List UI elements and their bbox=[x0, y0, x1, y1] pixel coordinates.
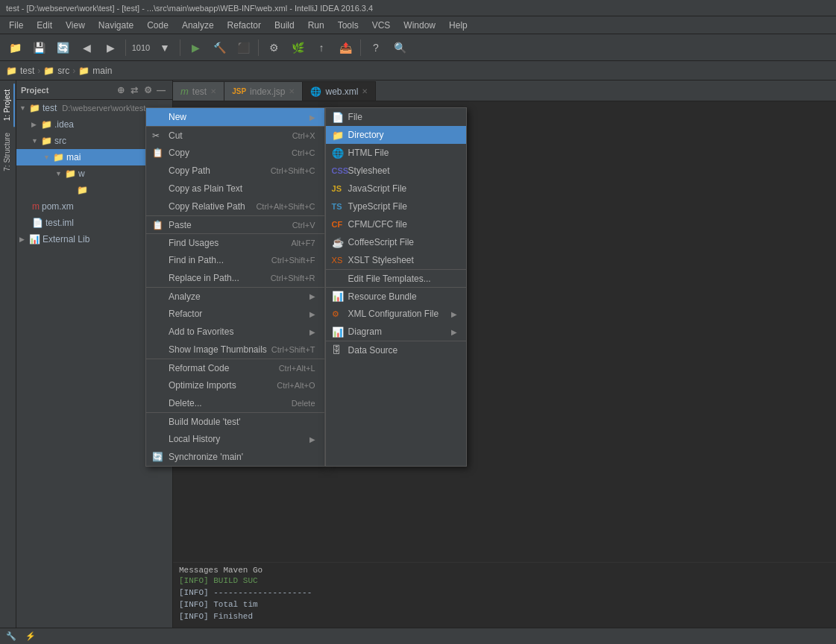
editor-tab-webxml[interactable]: 🌐 web.xml ✕ bbox=[303, 81, 376, 101]
toolbar-push-btn[interactable]: 📤 bbox=[335, 37, 356, 58]
folder-icon-main: 📁 bbox=[53, 152, 64, 162]
ctx-item-replace-path[interactable]: Replace in Path... Ctrl+Shift+R bbox=[146, 269, 324, 287]
toolbar-back-btn[interactable]: ◀ bbox=[76, 37, 97, 58]
ctx-item-optimize[interactable]: Optimize Imports Ctrl+Alt+O bbox=[146, 376, 324, 394]
menu-refactor[interactable]: Refactor bbox=[221, 19, 267, 32]
ctx-item-reformat[interactable]: Reformat Code Ctrl+Alt+L bbox=[146, 359, 324, 376]
sidebar-tab-project[interactable]: 1: Project bbox=[1, 83, 15, 127]
submenu-item-cfml[interactable]: CF CFML/CFC file bbox=[326, 215, 466, 233]
toolbar-gear-btn[interactable]: ⚙ bbox=[263, 37, 284, 58]
breadcrumb-item-src[interactable]: 📁 src bbox=[43, 66, 69, 76]
submenu-item-stylesheet[interactable]: CSS Stylesheet bbox=[326, 162, 466, 180]
menu-run[interactable]: Run bbox=[302, 19, 330, 32]
toolbar-inspect-btn[interactable]: 🔍 bbox=[389, 37, 410, 58]
ctx-shortcut-optimize: Ctrl+Alt+O bbox=[277, 381, 315, 390]
cut-icon: ✂ bbox=[152, 130, 160, 141]
submenu-label-js: JavaScript File bbox=[348, 183, 407, 194]
ctx-item-build[interactable]: Build Module 'test' bbox=[146, 412, 324, 430]
toolbar-save-btn[interactable]: 💾 bbox=[28, 37, 49, 58]
ctx-item-copy[interactable]: 📋 Copy Ctrl+C bbox=[146, 144, 324, 162]
xml-config-icon: ⚙ bbox=[332, 309, 339, 319]
submenu-label-directory: Directory bbox=[348, 130, 384, 140]
ctx-item-thumbnails[interactable]: Show Image Thumbnails Ctrl+Shift+T bbox=[146, 341, 324, 359]
ts-icon: TS bbox=[332, 202, 342, 211]
breadcrumb-bar: 📁 test › 📁 src › 📁 main bbox=[0, 61, 836, 80]
ctx-item-copy-path[interactable]: Copy Path Ctrl+Shift+C bbox=[146, 162, 324, 180]
ctx-item-analyze[interactable]: Analyze ▶ bbox=[146, 287, 324, 305]
toolbar-debug-btn[interactable]: 1010 bbox=[131, 37, 151, 58]
submenu-item-html[interactable]: 🌐 HTML File bbox=[326, 144, 466, 162]
project-panel-header: Project ⊕ ⇄ ⚙ — bbox=[16, 80, 172, 100]
toolbar-open-btn[interactable]: 📁 bbox=[4, 37, 25, 58]
tab-close-indexjsp[interactable]: ✕ bbox=[289, 87, 295, 95]
breadcrumb-item-test[interactable]: 📁 test bbox=[6, 66, 34, 76]
ctx-item-refactor[interactable]: Refactor ▶ bbox=[146, 305, 324, 323]
tab-close-test[interactable]: ✕ bbox=[210, 87, 216, 95]
submenu-item-ts[interactable]: TS TypeScript File bbox=[326, 198, 466, 215]
xslt-icon: XS bbox=[332, 256, 343, 265]
ctx-item-find-usages[interactable]: Find Usages Alt+F7 bbox=[146, 233, 324, 251]
submenu-item-diagram[interactable]: 📊 Diagram ▶ bbox=[326, 323, 466, 341]
context-menu: New ▶ ✂ Cut Ctrl+X 📋 Copy Ctrl+C Copy Pa… bbox=[145, 107, 467, 467]
submenu-label-coffee: CoffeeScript File bbox=[348, 237, 414, 247]
editor-tab-indexjsp[interactable]: JSP index.jsp ✕ bbox=[224, 81, 303, 101]
ctx-item-paste[interactable]: 📋 Paste Ctrl+V bbox=[146, 215, 324, 233]
log-line-2: [INFO] -------------------- bbox=[179, 588, 830, 600]
toolbar-build-btn[interactable]: 🔨 bbox=[209, 37, 230, 58]
menu-code[interactable]: Code bbox=[141, 19, 175, 32]
menu-help[interactable]: Help bbox=[443, 19, 474, 32]
menu-file[interactable]: File bbox=[3, 19, 29, 32]
breadcrumb-item-main[interactable]: 📁 main bbox=[78, 66, 112, 76]
submenu-item-directory[interactable]: 📁 Directory bbox=[326, 126, 466, 144]
ctx-item-cut[interactable]: ✂ Cut Ctrl+X bbox=[146, 126, 324, 144]
diagram-icon: 📊 bbox=[332, 326, 344, 338]
menu-window[interactable]: Window bbox=[397, 19, 441, 32]
ctx-item-history[interactable]: Local History ▶ bbox=[146, 430, 324, 448]
menu-edit[interactable]: Edit bbox=[31, 19, 58, 32]
ctx-item-favorites[interactable]: Add to Favorites ▶ bbox=[146, 323, 324, 341]
panel-settings-btn[interactable]: ⚙ bbox=[141, 83, 154, 97]
toolbar-run-btn[interactable]: ▶ bbox=[185, 37, 206, 58]
submenu-item-xslt[interactable]: XS XSLT Stylesheet bbox=[326, 251, 466, 269]
ctx-item-copy-plain[interactable]: Copy as Plain Text bbox=[146, 180, 324, 198]
panel-sync-btn[interactable]: ⇄ bbox=[128, 83, 141, 97]
toolbar-help-btn[interactable]: ? bbox=[365, 37, 386, 58]
submenu-item-templates[interactable]: Edit File Templates... bbox=[326, 269, 466, 287]
menu-analyze[interactable]: Analyze bbox=[176, 19, 220, 32]
submenu-item-datasource[interactable]: 🗄 Data Source bbox=[326, 341, 466, 359]
submenu-item-resource[interactable]: 📊 Resource Bundle bbox=[326, 287, 466, 305]
menu-view[interactable]: View bbox=[60, 19, 91, 32]
sidebar-tab-structure[interactable]: 7: Structure bbox=[1, 127, 15, 177]
ctx-item-copy-relative[interactable]: Copy Relative Path Ctrl+Alt+Shift+C bbox=[146, 198, 324, 215]
sync-icon: 🔄 bbox=[152, 452, 163, 462]
toolbar-stop-btn[interactable]: ⬛ bbox=[233, 37, 254, 58]
tab-close-webxml[interactable]: ✕ bbox=[362, 87, 368, 95]
submenu-item-coffee[interactable]: ☕ CoffeeScript File bbox=[326, 233, 466, 251]
toolbar-forward-btn[interactable]: ▶ bbox=[100, 37, 121, 58]
title-text: test - [D:\webserver\work\test] - [test]… bbox=[6, 4, 373, 13]
submenu-item-xml[interactable]: ⚙ XML Configuration File ▶ bbox=[326, 305, 466, 323]
menu-build[interactable]: Build bbox=[268, 19, 301, 32]
ctx-label-replace-path: Replace in Path... bbox=[169, 273, 239, 283]
editor-tab-test[interactable]: m test ✕ bbox=[173, 81, 224, 101]
submenu-label-ts: TypeScript File bbox=[348, 201, 407, 212]
ctx-item-new[interactable]: New ▶ bbox=[146, 108, 324, 126]
tree-arrow-root: ▼ bbox=[19, 104, 27, 112]
html-icon: 🌐 bbox=[332, 148, 344, 159]
paste-icon: 📋 bbox=[152, 220, 163, 230]
panel-minimize-btn[interactable]: — bbox=[154, 83, 168, 97]
toolbar-commit-btn[interactable]: ↑ bbox=[311, 37, 332, 58]
menu-tools[interactable]: Tools bbox=[332, 19, 365, 32]
submenu-item-js[interactable]: JS JavaScript File bbox=[326, 180, 466, 198]
toolbar: 📁 💾 🔄 ◀ ▶ 1010 ▼ ▶ 🔨 ⬛ ⚙ 🌿 ↑ 📤 ? 🔍 bbox=[0, 34, 836, 61]
menu-navigate[interactable]: Navigate bbox=[92, 19, 139, 32]
panel-add-btn[interactable]: ⊕ bbox=[114, 83, 128, 97]
toolbar-branch-btn[interactable]: 🌿 bbox=[287, 37, 308, 58]
menu-vcs[interactable]: VCS bbox=[366, 19, 397, 32]
ctx-item-find-path[interactable]: Find in Path... Ctrl+Shift+F bbox=[146, 251, 324, 269]
ctx-item-synchronize[interactable]: 🔄 Synchronize 'main' bbox=[146, 448, 324, 466]
toolbar-sync-btn[interactable]: 🔄 bbox=[52, 37, 73, 58]
submenu-item-file[interactable]: 📄 File bbox=[326, 108, 466, 126]
toolbar-dropdown-btn[interactable]: ▼ bbox=[154, 37, 175, 58]
ctx-item-delete[interactable]: Delete... Delete bbox=[146, 394, 324, 412]
